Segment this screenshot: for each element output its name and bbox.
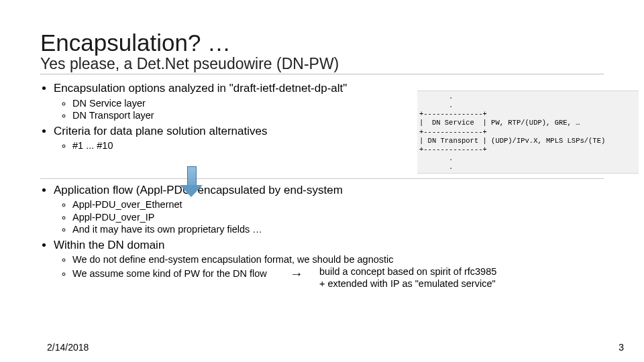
- footer-date: 2/14/2018: [47, 342, 89, 353]
- bullet-4-text: Within the DN domain: [54, 239, 164, 251]
- down-arrow-icon: [180, 166, 203, 200]
- bullet-3a: Appl-PDU_over_Ethernet: [72, 198, 604, 210]
- title-divider: [40, 74, 604, 74]
- bullet-3: Application flow (Appl-PDU) encapsulated…: [54, 183, 604, 235]
- right-arrow-icon: →: [290, 265, 303, 282]
- bullet-4b-post2: + extended with IP as "emulated service": [319, 278, 496, 289]
- mid-divider: [40, 178, 604, 179]
- slide-subtitle: Yes please, a Det.Net pseudowire (DN-PW): [40, 56, 604, 72]
- bullet-3c: And it may have its own proprietary fiel…: [72, 223, 604, 235]
- bullet-4a: We do not define end-system encapsulatio…: [72, 253, 604, 265]
- bullet-2-text: Criteria for data plane solution alterna…: [54, 125, 267, 137]
- bullet-4b: We assume some kind of PW for the DN flo…: [72, 265, 604, 290]
- bullet-4b-pre: We assume some kind of PW for the DN flo…: [72, 268, 267, 279]
- slide-number: 3: [619, 342, 624, 353]
- bullet-1-text: Encapsulation options analyzed in "draft…: [54, 82, 347, 95]
- slide-title: Encapsulation? …: [40, 20, 604, 54]
- stack-diagram-codebox: . . +--------------+ | DN Service | PW, …: [417, 90, 639, 174]
- bullet-3b: Appl-PDU_over_IP: [72, 211, 604, 223]
- bullet-4b-post1: build a concept based on spirit of rfc39…: [319, 266, 496, 277]
- slide: Encapsulation? … Yes please, a Det.Net p…: [0, 0, 644, 362]
- bullet-4: Within the DN domain We do not define en…: [54, 238, 604, 290]
